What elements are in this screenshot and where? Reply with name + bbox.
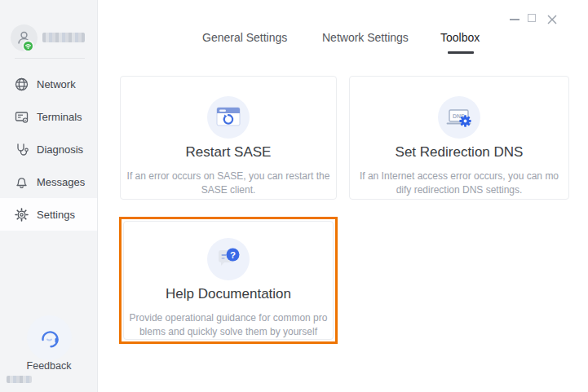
close-icon[interactable] [547, 13, 557, 23]
divider [15, 58, 85, 59]
window-controls [498, 0, 588, 28]
card-description: If an error occurs on SASE, you can rest… [127, 170, 330, 196]
sidebar-item-label: Diagnosis [37, 143, 83, 156]
username-redacted [42, 33, 85, 42]
sidebar-nav: Network Terminals [0, 68, 97, 231]
tab-general-settings[interactable]: General Settings [202, 31, 287, 44]
minimize-icon[interactable] [510, 19, 519, 20]
sidebar-item-label: Settings [37, 209, 75, 221]
gear-icon [14, 207, 29, 222]
feedback-label: Feedback [0, 360, 98, 372]
sidebar: Network Terminals [0, 0, 98, 392]
version-redacted [7, 376, 32, 383]
card-set-redirection-dns[interactable]: DNS Set Redirect [349, 76, 569, 200]
highlight-annotation-ring: ? Help Documentation Provide operational… [119, 217, 338, 344]
card-restart-sase[interactable]: Restart SASE If an error occurs on SASE,… [120, 76, 337, 200]
sidebar-item-terminals[interactable]: Terminals [0, 100, 97, 133]
card-title: Restart SASE [186, 144, 272, 161]
card-description: Provide operational guidance for common … [130, 311, 328, 338]
restart-window-icon [207, 96, 250, 139]
bell-icon [14, 174, 29, 189]
feedback-button[interactable] [27, 315, 72, 360]
sidebar-item-messages[interactable]: Messages [0, 165, 97, 198]
sidebar-item-label: Terminals [37, 111, 82, 123]
headset-icon [38, 326, 62, 350]
tab-toolbox[interactable]: Toolbox [440, 31, 480, 44]
active-tab-underline [448, 51, 474, 54]
sidebar-item-label: Network [37, 78, 76, 90]
sidebar-item-network[interactable]: Network [0, 68, 97, 100]
globe-icon [14, 77, 29, 91]
card-title: Help Documentation [166, 286, 291, 302]
sidebar-item-diagnosis[interactable]: Diagnosis [0, 133, 97, 165]
card-help-documentation[interactable]: ? Help Documentation Provide operational… [123, 221, 334, 340]
maximize-icon[interactable] [528, 14, 536, 22]
terminal-screen-icon [14, 109, 29, 124]
sidebar-item-settings[interactable]: Settings [0, 198, 97, 231]
tab-network-settings[interactable]: Network Settings [322, 31, 409, 44]
online-status-icon [22, 40, 34, 52]
dns-gear-icon: DNS [438, 96, 480, 139]
svg-text:?: ? [230, 250, 236, 260]
card-description: If an Internet access error occurs, you … [360, 170, 559, 196]
app-window: Network Terminals [0, 0, 588, 392]
sidebar-item-label: Messages [37, 176, 85, 188]
card-title: Set Redirection DNS [396, 144, 524, 161]
stethoscope-icon [14, 142, 29, 156]
help-chat-icon: ? [207, 238, 250, 280]
